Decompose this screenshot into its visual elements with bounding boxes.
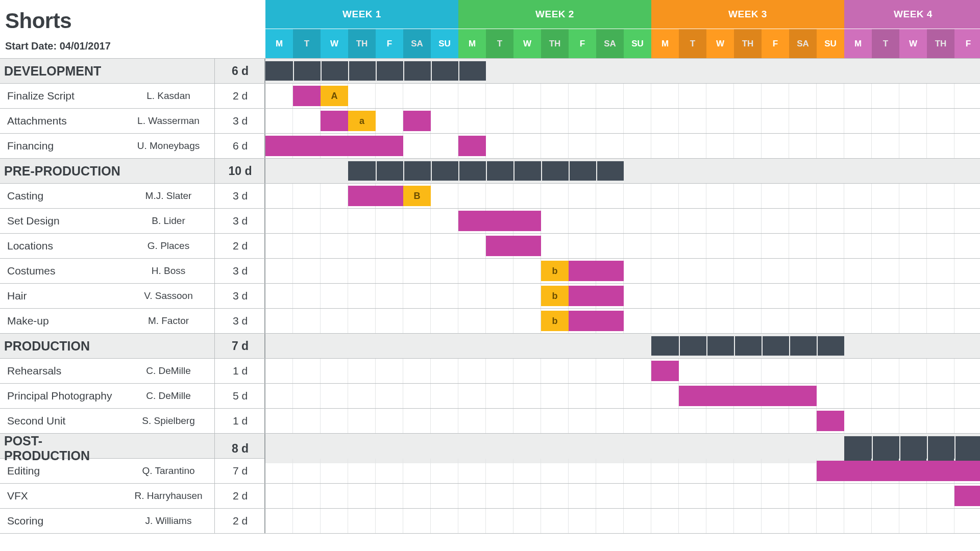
header: Shorts Start Date: 04/01/2017 WEEK 1WEEK… bbox=[0, 0, 980, 59]
task-bar[interactable] bbox=[293, 86, 321, 106]
task-row: Set DesignB. Lider3 d bbox=[0, 209, 980, 234]
task-row: CastingM.J. Slater3 dB bbox=[0, 184, 980, 209]
task-bar[interactable] bbox=[348, 186, 403, 206]
day-header: M bbox=[844, 29, 872, 58]
task-bar[interactable]: B bbox=[403, 186, 431, 206]
task-owner: Q. Tarantino bbox=[122, 465, 214, 477]
task-name: Scoring bbox=[0, 515, 122, 527]
section-name: DEVELOPMENT bbox=[0, 64, 122, 79]
section-row: PRE-PRODUCTION10 d bbox=[0, 159, 980, 184]
task-duration: 3 d bbox=[214, 209, 265, 233]
phase-bar[interactable] bbox=[844, 436, 980, 461]
task-name: Rehearsals bbox=[0, 365, 122, 377]
task-row: Finalize ScriptL. Kasdan2 dA bbox=[0, 84, 980, 109]
task-bar[interactable] bbox=[569, 311, 624, 331]
section-row: DEVELOPMENT6 d bbox=[0, 59, 980, 84]
task-duration: 7 d bbox=[214, 459, 265, 483]
day-header: M bbox=[458, 29, 486, 58]
task-bar[interactable]: a bbox=[348, 111, 376, 131]
task-owner: S. Spielberg bbox=[122, 415, 214, 427]
task-duration: 3 d bbox=[214, 109, 265, 133]
task-row: HairV. Sassoon3 db bbox=[0, 284, 980, 309]
task-duration: 5 d bbox=[214, 384, 265, 408]
task-name: Financing bbox=[0, 140, 122, 152]
task-owner: L. Kasdan bbox=[122, 90, 214, 102]
task-bar[interactable] bbox=[569, 286, 624, 306]
task-row: RehearsalsC. DeMille1 d bbox=[0, 359, 980, 384]
task-bar[interactable]: b bbox=[541, 286, 569, 306]
day-header: F bbox=[954, 29, 980, 58]
task-name: Hair bbox=[0, 290, 122, 302]
task-bar[interactable]: A bbox=[321, 86, 348, 106]
day-header: M bbox=[651, 29, 679, 58]
task-owner: U. Moneybags bbox=[122, 140, 214, 152]
task-bar[interactable]: b bbox=[541, 261, 569, 281]
day-header: T bbox=[486, 29, 513, 58]
task-bar[interactable] bbox=[817, 461, 980, 481]
day-header: T bbox=[679, 29, 706, 58]
day-bar: MTWTHFSASUMTWTHFSASUMTWTHFSASUMTWTHF bbox=[265, 29, 980, 58]
task-name: Costumes bbox=[0, 265, 122, 277]
task-bar[interactable] bbox=[265, 136, 403, 156]
day-header: SU bbox=[817, 29, 844, 58]
day-header: W bbox=[706, 29, 734, 58]
task-name: Finalize Script bbox=[0, 90, 122, 102]
section-row: PRODUCTION7 d bbox=[0, 334, 980, 359]
task-bar[interactable] bbox=[458, 136, 486, 156]
task-name: Locations bbox=[0, 240, 122, 252]
task-bar[interactable] bbox=[403, 111, 431, 131]
phase-bar[interactable] bbox=[265, 61, 486, 81]
task-duration: 2 d bbox=[214, 84, 265, 108]
day-header: W bbox=[513, 29, 541, 58]
task-bar[interactable] bbox=[486, 236, 541, 256]
task-row: CostumesH. Boss3 db bbox=[0, 259, 980, 284]
task-bar[interactable] bbox=[458, 211, 541, 231]
task-name: Casting bbox=[0, 190, 122, 202]
task-owner: G. Places bbox=[122, 240, 214, 252]
task-bar[interactable] bbox=[321, 111, 348, 131]
task-name: VFX bbox=[0, 490, 122, 502]
task-bar[interactable] bbox=[651, 361, 679, 381]
task-bar[interactable] bbox=[954, 486, 980, 506]
task-duration: 3 d bbox=[214, 259, 265, 283]
task-row: AttachmentsL. Wasserman3 da bbox=[0, 109, 980, 134]
task-name: Set Design bbox=[0, 215, 122, 227]
page-title: Shorts bbox=[5, 9, 259, 33]
week-header-3: WEEK 3 bbox=[651, 0, 844, 29]
day-header: TH bbox=[348, 29, 376, 58]
task-name: Second Unit bbox=[0, 415, 122, 427]
task-owner: R. Harryhausen bbox=[122, 490, 214, 502]
day-header: W bbox=[321, 29, 348, 58]
task-duration: 2 d bbox=[214, 484, 265, 508]
day-header: F bbox=[569, 29, 596, 58]
day-header: M bbox=[265, 29, 293, 58]
task-duration: 1 d bbox=[214, 359, 265, 383]
task-bar[interactable]: b bbox=[541, 311, 569, 331]
task-duration: 2 d bbox=[214, 234, 265, 258]
section-duration: 7 d bbox=[214, 334, 265, 358]
task-bar[interactable] bbox=[679, 386, 817, 406]
phase-bar[interactable] bbox=[348, 161, 624, 181]
task-name: Make-up bbox=[0, 315, 122, 327]
week-header-2: WEEK 2 bbox=[458, 0, 651, 29]
task-bar[interactable] bbox=[817, 411, 844, 431]
section-row: POST-PRODUCTION8 d bbox=[0, 434, 980, 459]
task-row: LocationsG. Places2 d bbox=[0, 234, 980, 259]
day-header: SA bbox=[403, 29, 431, 58]
day-header: SU bbox=[624, 29, 651, 58]
task-duration: 3 d bbox=[214, 284, 265, 308]
task-owner: C. DeMille bbox=[122, 390, 214, 402]
week-header-4: WEEK 4 bbox=[844, 0, 980, 29]
day-header: T bbox=[293, 29, 321, 58]
task-name: Editing bbox=[0, 465, 122, 477]
task-bar[interactable] bbox=[569, 261, 624, 281]
task-owner: B. Lider bbox=[122, 215, 214, 227]
task-owner: V. Sassoon bbox=[122, 290, 214, 302]
task-row: Second UnitS. Spielberg1 d bbox=[0, 409, 980, 434]
section-duration: 10 d bbox=[214, 159, 265, 183]
phase-bar[interactable] bbox=[651, 336, 844, 356]
day-header: TH bbox=[927, 29, 954, 58]
task-duration: 3 d bbox=[214, 184, 265, 208]
task-owner: M. Factor bbox=[122, 315, 214, 327]
day-header: SU bbox=[431, 29, 458, 58]
